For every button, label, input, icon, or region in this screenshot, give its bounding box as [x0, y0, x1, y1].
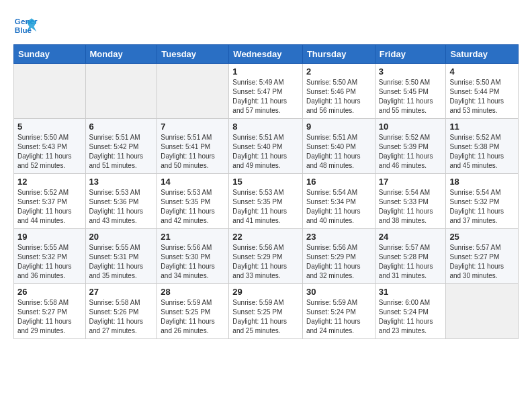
day-info: Sunrise: 5:54 AMSunset: 5:32 PMDaylight:…	[449, 188, 515, 226]
logo: General Blue	[13, 13, 40, 38]
day-info: Sunrise: 5:51 AMSunset: 5:41 PMDaylight:…	[161, 133, 225, 171]
day-number: 19	[17, 232, 82, 242]
calendar-cell: 18Sunrise: 5:54 AMSunset: 5:32 PMDayligh…	[446, 174, 519, 229]
day-info: Sunrise: 5:52 AMSunset: 5:39 PMDaylight:…	[379, 133, 443, 171]
day-number: 29	[232, 287, 299, 297]
day-info: Sunrise: 5:59 AMSunset: 5:24 PMDaylight:…	[306, 298, 371, 336]
calendar-cell: 13Sunrise: 5:53 AMSunset: 5:36 PMDayligh…	[85, 174, 157, 229]
day-info: Sunrise: 5:50 AMSunset: 5:44 PMDaylight:…	[449, 78, 515, 116]
day-number: 28	[161, 287, 225, 297]
day-number: 8	[232, 122, 299, 132]
day-number: 26	[17, 287, 82, 297]
day-number: 5	[17, 122, 82, 132]
day-info: Sunrise: 5:49 AMSunset: 5:47 PMDaylight:…	[232, 78, 299, 116]
day-info: Sunrise: 5:53 AMSunset: 5:35 PMDaylight:…	[161, 188, 225, 226]
day-number: 7	[161, 122, 225, 132]
calendar-cell: 30Sunrise: 5:59 AMSunset: 5:24 PMDayligh…	[302, 284, 375, 339]
day-number: 13	[89, 177, 154, 187]
calendar-cell	[85, 64, 157, 119]
calendar-cell: 31Sunrise: 6:00 AMSunset: 5:24 PMDayligh…	[375, 284, 446, 339]
calendar-cell: 28Sunrise: 5:59 AMSunset: 5:25 PMDayligh…	[157, 284, 229, 339]
day-number: 2	[306, 66, 371, 77]
day-info: Sunrise: 5:59 AMSunset: 5:25 PMDaylight:…	[161, 298, 225, 336]
day-number: 11	[449, 122, 515, 132]
day-info: Sunrise: 5:54 AMSunset: 5:33 PMDaylight:…	[379, 188, 443, 226]
calendar-cell: 20Sunrise: 5:55 AMSunset: 5:31 PMDayligh…	[85, 229, 157, 284]
day-info: Sunrise: 5:53 AMSunset: 5:35 PMDaylight:…	[232, 188, 299, 226]
calendar-cell: 15Sunrise: 5:53 AMSunset: 5:35 PMDayligh…	[229, 174, 303, 229]
calendar-cell	[14, 64, 86, 119]
day-number: 18	[449, 177, 515, 187]
header-row: SundayMondayTuesdayWednesdayThursdayFrid…	[14, 45, 519, 64]
calendar-cell	[157, 64, 229, 119]
day-info: Sunrise: 5:55 AMSunset: 5:32 PMDaylight:…	[17, 243, 82, 281]
calendar-cell: 7Sunrise: 5:51 AMSunset: 5:41 PMDaylight…	[157, 119, 229, 174]
day-info: Sunrise: 5:59 AMSunset: 5:25 PMDaylight:…	[232, 298, 299, 336]
day-info: Sunrise: 5:51 AMSunset: 5:40 PMDaylight:…	[306, 133, 371, 171]
day-info: Sunrise: 5:57 AMSunset: 5:28 PMDaylight:…	[379, 243, 443, 281]
calendar-cell: 27Sunrise: 5:58 AMSunset: 5:26 PMDayligh…	[85, 284, 157, 339]
day-number: 25	[449, 232, 515, 242]
calendar-cell: 26Sunrise: 5:58 AMSunset: 5:27 PMDayligh…	[14, 284, 86, 339]
week-row-4: 19Sunrise: 5:55 AMSunset: 5:32 PMDayligh…	[14, 229, 519, 284]
day-info: Sunrise: 5:50 AMSunset: 5:43 PMDaylight:…	[17, 133, 82, 171]
day-header-monday: Monday	[85, 45, 157, 64]
day-info: Sunrise: 5:56 AMSunset: 5:29 PMDaylight:…	[232, 243, 299, 281]
day-number: 31	[379, 287, 443, 297]
day-info: Sunrise: 5:57 AMSunset: 5:27 PMDaylight:…	[449, 243, 515, 281]
week-row-5: 26Sunrise: 5:58 AMSunset: 5:27 PMDayligh…	[14, 284, 519, 339]
calendar-cell: 11Sunrise: 5:52 AMSunset: 5:38 PMDayligh…	[446, 119, 519, 174]
calendar-cell: 14Sunrise: 5:53 AMSunset: 5:35 PMDayligh…	[157, 174, 229, 229]
calendar-cell: 16Sunrise: 5:54 AMSunset: 5:34 PMDayligh…	[302, 174, 375, 229]
day-info: Sunrise: 5:56 AMSunset: 5:30 PMDaylight:…	[161, 243, 225, 281]
day-info: Sunrise: 5:52 AMSunset: 5:38 PMDaylight:…	[449, 133, 515, 171]
day-number: 6	[89, 122, 154, 132]
day-info: Sunrise: 6:00 AMSunset: 5:24 PMDaylight:…	[379, 298, 443, 336]
day-header-thursday: Thursday	[302, 45, 375, 64]
day-info: Sunrise: 5:58 AMSunset: 5:27 PMDaylight:…	[17, 298, 82, 336]
calendar-cell: 2Sunrise: 5:50 AMSunset: 5:46 PMDaylight…	[302, 64, 375, 119]
calendar-cell: 17Sunrise: 5:54 AMSunset: 5:33 PMDayligh…	[375, 174, 446, 229]
calendar-cell	[446, 284, 519, 339]
week-row-3: 12Sunrise: 5:52 AMSunset: 5:37 PMDayligh…	[14, 174, 519, 229]
week-row-2: 5Sunrise: 5:50 AMSunset: 5:43 PMDaylight…	[14, 119, 519, 174]
day-header-friday: Friday	[375, 45, 446, 64]
day-header-tuesday: Tuesday	[157, 45, 229, 64]
week-row-1: 1Sunrise: 5:49 AMSunset: 5:47 PMDaylight…	[14, 64, 519, 119]
day-number: 27	[89, 287, 154, 297]
day-number: 15	[232, 177, 299, 187]
day-number: 12	[17, 177, 82, 187]
calendar-cell: 9Sunrise: 5:51 AMSunset: 5:40 PMDaylight…	[302, 119, 375, 174]
day-info: Sunrise: 5:51 AMSunset: 5:40 PMDaylight:…	[232, 133, 299, 171]
calendar-cell: 24Sunrise: 5:57 AMSunset: 5:28 PMDayligh…	[375, 229, 446, 284]
day-number: 21	[161, 232, 225, 242]
day-info: Sunrise: 5:53 AMSunset: 5:36 PMDaylight:…	[89, 188, 154, 226]
header: General Blue	[13, 13, 519, 38]
day-info: Sunrise: 5:55 AMSunset: 5:31 PMDaylight:…	[89, 243, 154, 281]
calendar-cell: 21Sunrise: 5:56 AMSunset: 5:30 PMDayligh…	[157, 229, 229, 284]
day-info: Sunrise: 5:56 AMSunset: 5:29 PMDaylight:…	[306, 243, 371, 281]
calendar-cell: 4Sunrise: 5:50 AMSunset: 5:44 PMDaylight…	[446, 64, 519, 119]
day-info: Sunrise: 5:50 AMSunset: 5:45 PMDaylight:…	[379, 78, 443, 116]
day-info: Sunrise: 5:50 AMSunset: 5:46 PMDaylight:…	[306, 78, 371, 116]
day-number: 30	[306, 287, 371, 297]
calendar-table: SundayMondayTuesdayWednesdayThursdayFrid…	[13, 44, 519, 339]
calendar-cell: 19Sunrise: 5:55 AMSunset: 5:32 PMDayligh…	[14, 229, 86, 284]
day-info: Sunrise: 5:54 AMSunset: 5:34 PMDaylight:…	[306, 188, 371, 226]
day-info: Sunrise: 5:51 AMSunset: 5:42 PMDaylight:…	[89, 133, 154, 171]
calendar-cell: 1Sunrise: 5:49 AMSunset: 5:47 PMDaylight…	[229, 64, 303, 119]
day-number: 4	[449, 66, 515, 77]
day-header-wednesday: Wednesday	[229, 45, 303, 64]
calendar-cell: 29Sunrise: 5:59 AMSunset: 5:25 PMDayligh…	[229, 284, 303, 339]
day-number: 23	[306, 232, 371, 242]
day-number: 16	[306, 177, 371, 187]
day-number: 9	[306, 122, 371, 132]
calendar-cell: 6Sunrise: 5:51 AMSunset: 5:42 PMDaylight…	[85, 119, 157, 174]
calendar-cell: 12Sunrise: 5:52 AMSunset: 5:37 PMDayligh…	[14, 174, 86, 229]
calendar-cell: 10Sunrise: 5:52 AMSunset: 5:39 PMDayligh…	[375, 119, 446, 174]
calendar-cell: 3Sunrise: 5:50 AMSunset: 5:45 PMDaylight…	[375, 64, 446, 119]
day-info: Sunrise: 5:58 AMSunset: 5:26 PMDaylight:…	[89, 298, 154, 336]
day-number: 3	[379, 66, 443, 77]
calendar-cell: 22Sunrise: 5:56 AMSunset: 5:29 PMDayligh…	[229, 229, 303, 284]
day-number: 17	[379, 177, 443, 187]
